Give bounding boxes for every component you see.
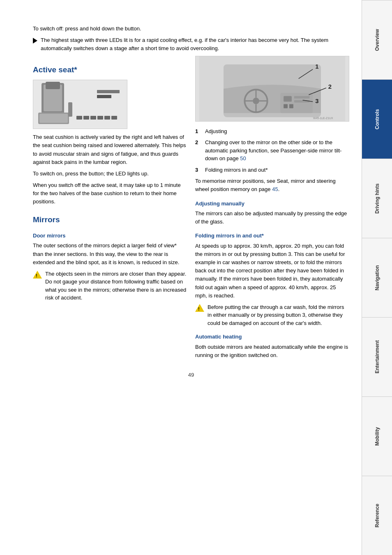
seat-image: [33, 80, 127, 129]
sidebar: Overview Controls Driving hints Navigati…: [362, 0, 392, 555]
svg-rect-22: [280, 93, 313, 113]
svg-text:1: 1: [315, 63, 318, 69]
page-45-link[interactable]: 45: [272, 186, 278, 192]
svg-rect-9: [97, 116, 103, 120]
folding-mirrors-body: At speeds up to approx. 30 km/h, approx.…: [195, 242, 349, 300]
active-seat-body1: The seat cushion is actively varied by t…: [33, 133, 187, 166]
svg-rect-5: [68, 102, 72, 117]
svg-rect-4: [39, 114, 68, 123]
sidebar-tab-driving-hints[interactable]: Driving hints: [362, 159, 392, 238]
svg-rect-10: [104, 116, 110, 120]
folding-mirrors-subtitle: Folding mirrors in and out*: [195, 232, 349, 240]
sidebar-tab-controls[interactable]: Controls: [362, 79, 392, 159]
svg-rect-12: [97, 90, 120, 93]
sidebar-tab-overview[interactable]: Overview: [362, 0, 392, 79]
two-col-layout: Active seat*: [33, 56, 349, 363]
adjusting-manually-body: The mirrors can also be adjusted manuall…: [195, 210, 349, 226]
item-3-text: Folding mirrors in and out*: [205, 166, 267, 174]
memory-note: To memorise mirror positions, see Seat, …: [195, 177, 349, 193]
item-3-num: 3: [195, 166, 202, 174]
svg-rect-27: [289, 104, 293, 108]
mirrors-title: Mirrors: [33, 214, 187, 226]
folding-warning-icon: [195, 304, 204, 312]
page-container: To switch off: press and hold down the b…: [0, 0, 392, 555]
play-note-text: The highest stage with three LEDs lit is…: [41, 36, 349, 53]
play-icon: [33, 38, 37, 44]
right-column: 1 2 3 W45-1LE-Z1UX: [195, 56, 349, 363]
active-seat-body3: When you switch off the active seat, it …: [33, 181, 187, 206]
svg-rect-11: [111, 116, 117, 120]
svg-rect-24: [294, 96, 310, 99]
warning-icon: [33, 271, 42, 279]
page-50-link[interactable]: 50: [240, 155, 246, 161]
svg-text:2: 2: [328, 83, 332, 90]
mirror-diagram-image: 1 2 3 W45-1LE-Z1UX: [195, 56, 349, 122]
play-note-block: The highest stage with three LEDs lit is…: [33, 36, 349, 53]
door-mirrors-subtitle: Door mirrors: [33, 232, 187, 240]
numbered-item-1: 1 Adjusting: [195, 127, 349, 136]
active-seat-title: Active seat*: [33, 64, 187, 76]
seat-diagram-svg: [33, 80, 127, 129]
main-content: To switch off: press and hold down the b…: [0, 0, 362, 555]
active-seat-body2: To switch on, press the button; the LED …: [33, 170, 187, 178]
svg-rect-6: [76, 116, 82, 120]
item-2-num: 2: [195, 138, 202, 163]
svg-rect-13: [97, 95, 111, 98]
sidebar-tab-entertainment[interactable]: Entertainment: [362, 317, 392, 396]
automatic-heating-body: Both outside mirrors are heated automati…: [195, 343, 349, 359]
sidebar-tab-mobility[interactable]: Mobility: [362, 396, 392, 476]
svg-rect-8: [90, 116, 96, 120]
item-1-text: Adjusting: [205, 127, 227, 136]
svg-rect-26: [284, 104, 288, 108]
page-number: 49: [33, 371, 349, 379]
numbered-item-3: 3 Folding mirrors in and out*: [195, 166, 349, 174]
numbered-list: 1 Adjusting 2 Changing over to the mirro…: [195, 127, 349, 174]
item-2-text: Changing over to the mirror on the other…: [205, 138, 349, 163]
automatic-heating-subtitle: Automatic heating: [195, 333, 349, 341]
door-mirrors-warning-text: The objects seen in the mirrors are clos…: [45, 270, 187, 302]
svg-text:W45-1LE-Z1UX: W45-1LE-Z1UX: [313, 117, 333, 120]
svg-point-17: [253, 98, 259, 104]
svg-rect-25: [294, 100, 310, 102]
folding-mirrors-warning-text: Before putting the car through a car was…: [208, 303, 349, 327]
svg-rect-7: [83, 116, 89, 120]
adjusting-manually-subtitle: Adjusting manually: [195, 200, 349, 208]
mirror-car-svg: 1 2 3 W45-1LE-Z1UX: [196, 56, 349, 121]
numbered-item-2: 2 Changing over to the mirror on the oth…: [195, 138, 349, 163]
item-1-num: 1: [195, 127, 202, 136]
left-column: Active seat*: [33, 56, 187, 363]
sidebar-tab-reference[interactable]: Reference: [362, 476, 392, 555]
sidebar-tab-navigation[interactable]: Navigation: [362, 238, 392, 317]
door-mirrors-body1: The outer sections of the mirrors depict…: [33, 242, 187, 266]
door-mirrors-warning-block: The objects seen in the mirrors are clos…: [33, 270, 187, 302]
svg-text:3: 3: [315, 97, 318, 104]
folding-mirrors-warning-block: Before putting the car through a car was…: [195, 303, 349, 327]
switch-off-text: To switch off: press and hold down the b…: [33, 25, 349, 33]
svg-rect-23: [284, 96, 292, 102]
svg-rect-2: [46, 82, 60, 89]
